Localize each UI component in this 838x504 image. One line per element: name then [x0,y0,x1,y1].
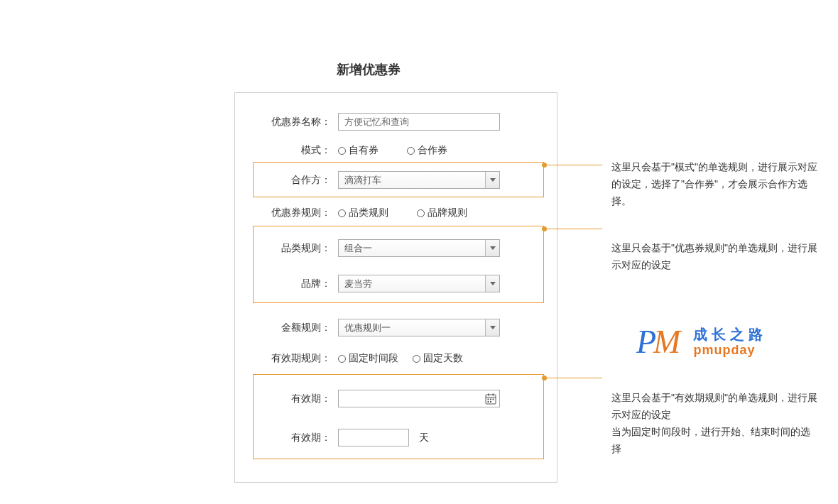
highlight-validity [253,374,544,459]
annotation-mode: 这里只会基于"模式"的单选规则，进行展示对应的设定，选择了"合作券"，才会展示合… [611,158,817,209]
svg-rect-7 [488,393,489,395]
radio-icon [413,355,420,363]
svg-rect-3 [490,398,491,400]
label-brand: 品牌： [235,278,338,290]
dropdown-brand[interactable]: 麦当劳 [338,275,500,292]
chevron-down-icon [485,275,499,292]
page-title: 新增优惠券 [337,61,401,78]
radio-icon [407,147,415,155]
dropdown-value: 组合一 [344,242,372,255]
radio-label: 品牌规则 [428,207,467,219]
radio-rule-category[interactable]: 品类规则 [338,207,388,219]
label-partner: 合作方： [235,174,338,187]
radio-validity-days[interactable]: 固定天数 [413,352,463,365]
radio-icon [338,147,346,155]
pointer-line [545,378,602,378]
radio-label: 自有券 [349,144,379,157]
pointer-line [545,229,602,229]
svg-rect-2 [488,398,489,400]
chevron-down-icon [485,172,499,188]
logo-letter-m: M [653,324,680,360]
form-panel: 优惠券名称： 模式： 自有券 合作券 合作方： 滴滴打车 优惠券规则： [234,92,557,483]
annotation-coupon-rule: 这里只会基于"优惠券规则"的单选规则，进行展示对应的设定 [611,239,817,273]
label-category-rule: 品类规则： [235,242,338,255]
input-validity-days[interactable] [338,429,409,447]
radio-mode-partner[interactable]: 合作券 [407,144,447,157]
radio-icon [338,209,346,217]
logo-chinese: 成长之路 [693,327,767,342]
label-validity-date: 有效期： [235,393,338,405]
label-validity-rule: 有效期规则： [235,352,338,365]
input-coupon-name[interactable] [338,113,500,131]
radio-rule-brand[interactable]: 品牌规则 [417,207,467,219]
radio-icon [417,209,425,217]
dropdown-value: 优惠规则一 [344,322,391,334]
label-validity-days: 有效期： [235,432,338,444]
svg-rect-6 [490,401,491,402]
label-amount-rule: 金额规则： [235,322,338,334]
svg-rect-4 [493,398,494,400]
pointer-line [545,165,602,165]
calendar-icon [485,393,496,405]
radio-label: 合作券 [418,144,447,157]
annotation-validity: 这里只会基于"有效期规则"的单选规则，进行展示对应的设定 当为固定时间段时，进行… [611,389,817,457]
dropdown-amount-rule[interactable]: 优惠规则一 [338,319,500,336]
label-days-unit: 天 [419,432,429,444]
chevron-down-icon [485,319,499,336]
label-coupon-rule: 优惠券规则： [235,207,338,219]
svg-rect-8 [493,393,494,395]
input-validity-date[interactable] [338,390,500,407]
dropdown-value: 麦当劳 [344,278,372,290]
dropdown-value: 滴滴打车 [344,174,381,187]
label-coupon-name: 优惠券名称： [235,116,338,128]
radio-validity-period[interactable]: 固定时间段 [338,352,398,365]
radio-label: 品类规则 [349,207,388,219]
svg-rect-5 [488,401,489,402]
dropdown-category-rule[interactable]: 组合一 [338,239,500,257]
radio-label: 固定天数 [423,352,463,365]
chevron-down-icon [485,240,499,256]
radio-mode-own[interactable]: 自有券 [338,144,379,157]
radio-label: 固定时间段 [349,352,398,365]
logo-pmupday: PM 成长之路 pmupday [636,323,767,361]
label-mode: 模式： [235,144,338,157]
dropdown-partner[interactable]: 滴滴打车 [338,171,500,189]
radio-icon [338,355,346,363]
logo-english: pmupday [693,342,767,358]
